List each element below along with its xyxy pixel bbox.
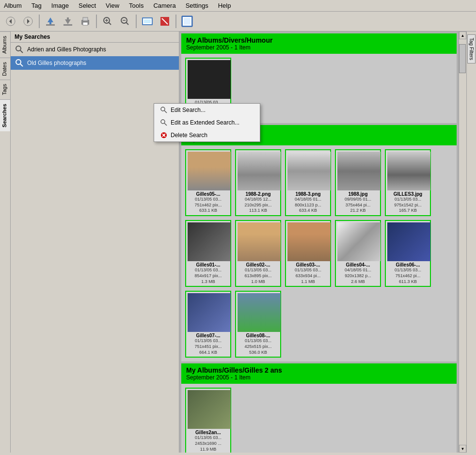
menu-album[interactable]: Album (2, 1, 24, 10)
zoom-in-button[interactable] (100, 14, 115, 29)
photo-name-g2ans0: Gilles2an... (188, 430, 229, 435)
photo-meta-g0: 01/13/05 03... 751x462 pix... 633.1 KB (188, 197, 229, 214)
edit-extended-icon (160, 119, 168, 126)
menu-settings[interactable]: Settings (184, 1, 210, 10)
album-header-gilles2ans: My Albums/Gilles/Gilles 2 ans September … (181, 363, 457, 384)
photo-name-g2: 1988-3.png (287, 191, 329, 197)
download-button[interactable] (60, 14, 76, 29)
edit-extended-label: Edit as Extended Search... (171, 119, 239, 126)
photo-name-g4: GILLES3.jpg (387, 191, 428, 197)
photo-thumb-g11 (238, 293, 281, 332)
photo-card-gilles-7[interactable]: Gilles03-... 01/13/05 03... 633x934 pi..… (285, 220, 331, 287)
sidebar-tab-tags[interactable]: Tags (0, 79, 10, 99)
photo-meta-g9: 01/13/05 03... 751x462 pi... 611.3 KB (387, 267, 428, 284)
album-subtitle-gilles2ans: September 2005 - 1 Item (186, 374, 452, 381)
vertical-scrollbar: ▲ ▼ (459, 31, 466, 453)
context-edit-search[interactable]: Edit Search... (154, 104, 260, 116)
photo-name-g0: Gilles05-... (188, 191, 229, 197)
tag-filters-tab[interactable]: Tag Filters (467, 34, 476, 63)
svg-rect-20 (144, 19, 151, 23)
toolbar (0, 12, 476, 31)
svg-point-32 (161, 120, 165, 124)
menu-help[interactable]: Help (216, 1, 233, 10)
photo-card-gilles-9[interactable]: Gilles06-... 01/13/05 03... 751x462 pi..… (385, 220, 431, 287)
svg-rect-9 (83, 17, 88, 21)
photo-card-gilles-6[interactable]: Gilles02-... 01/13/05 03... 613x895 pix.… (235, 220, 281, 287)
svg-point-30 (161, 107, 165, 111)
svg-line-33 (164, 123, 167, 126)
print-button[interactable] (78, 14, 93, 29)
photo-card-gilles2ans-0[interactable]: Gilles2an... 01/13/05 03... 2453x1690 ..… (185, 388, 231, 453)
sidebar-tab-albums[interactable]: Albums (0, 31, 10, 58)
sidebar-tab-searches[interactable]: Searches (0, 99, 10, 131)
menu-view[interactable]: View (104, 1, 121, 10)
photo-card-gilles-5[interactable]: Gilles01-... 01/13/05 03... 854x917 pix.… (185, 220, 231, 287)
browse-button[interactable] (140, 14, 155, 29)
scroll-down-button[interactable]: ▼ (459, 445, 466, 453)
scroll-track[interactable] (459, 39, 466, 445)
sidebar-tab-dates[interactable]: Dates (0, 58, 10, 80)
photo-card-gilles-10[interactable]: Gilles07-... 01/13/05 03... 751x451 pix.… (185, 291, 231, 358)
context-menu: Edit Search... Edit as Extended Search..… (154, 103, 260, 142)
photo-card-gilles-1[interactable]: 1988-2.png 04/18/05 12... 210x295 pix...… (235, 149, 281, 216)
zoom-out-button[interactable] (117, 14, 133, 29)
svg-rect-6 (63, 24, 72, 26)
right-side-panel: Tag Filters (466, 31, 476, 453)
search-icon-old-gilles (15, 58, 24, 68)
photo-card-gilles-11[interactable]: Gilles08-... 01/13/05 03... 425x515 pix.… (235, 291, 281, 358)
album-title-humour: My Albums/Divers/Humour (186, 36, 452, 44)
menu-select[interactable]: Select (77, 1, 98, 10)
context-delete-search[interactable]: Delete Search (154, 129, 260, 141)
delete-search-label: Delete Search (171, 132, 207, 139)
photo-card-gilles-3[interactable]: 1988.jpg 09/09/05 01... 375x464 pi... 21… (335, 149, 381, 216)
search-item-old-gilles[interactable]: Old Gilles photographs (11, 56, 179, 70)
album-subtitle-humour: September 2005 - 1 Item (186, 44, 452, 51)
edit-search-label: Edit Search... (171, 107, 206, 113)
photo-card-gilles-4[interactable]: GILLES3.jpg 01/13/05 03... 975x1542 pi..… (385, 149, 431, 216)
photo-meta-g8: 04/18/05 01... 920x1382 p... 2.6 MB (337, 267, 379, 284)
photo-meta-g2ans0: 01/13/05 03... 2453x1690 ... 11.9 MB (188, 435, 229, 452)
photo-card-gilles-0[interactable]: Gilles05-... 01/13/05 03... 751x462 pix.… (185, 149, 231, 216)
photo-name-g5: Gilles01-... (188, 262, 229, 267)
scroll-up-button[interactable]: ▲ (459, 31, 466, 39)
photo-name-g3: 1988.jpg (337, 191, 379, 197)
scroll-thumb[interactable] (459, 44, 466, 73)
photo-meta-g1: 04/18/05 12... 210x295 pix... 113.1 KB (238, 197, 279, 214)
upload-button[interactable] (43, 14, 58, 29)
photo-thumb-g7 (287, 222, 331, 261)
menu-image[interactable]: Image (49, 1, 71, 10)
photo-meta-g10: 01/13/05 03... 751x451 pix... 664.1 KB (188, 338, 229, 355)
edit-search-icon (160, 106, 168, 114)
photo-content[interactable]: My Albums/Divers/Humour September 2005 -… (179, 31, 459, 453)
menu-tag[interactable]: Tag (30, 1, 44, 10)
photo-card-gilles-2[interactable]: 1988-3.png 04/18/05 01... 800x1123 p... … (285, 149, 331, 216)
main-layout: Albums Dates Tags Searches My Searches A… (0, 31, 476, 453)
photo-card-gilles-8[interactable]: Gilles04-... 04/18/05 01... 920x1382 p..… (335, 220, 381, 287)
photo-meta-g4: 01/13/05 03... 975x1542 pi... 165.7 KB (387, 197, 428, 214)
menu-camera[interactable]: Camera (151, 1, 177, 10)
svg-marker-5 (48, 17, 53, 24)
photo-thumb-g4 (387, 152, 430, 190)
photo-name-g6: Gilles02-... (238, 262, 279, 267)
forward-button[interactable] (20, 14, 36, 29)
left-tabs: Albums Dates Tags Searches (0, 31, 11, 453)
svg-line-31 (164, 110, 167, 113)
context-edit-extended[interactable]: Edit as Extended Search... (154, 116, 260, 129)
svg-line-27 (20, 50, 23, 53)
back-button[interactable] (3, 14, 18, 29)
edit-button[interactable] (157, 14, 173, 29)
svg-rect-10 (83, 22, 88, 25)
photo-thumb-g1 (238, 152, 281, 190)
svg-rect-4 (46, 24, 55, 26)
album-content-gilles2ans: Gilles2an... 01/13/05 03... 2453x1690 ..… (181, 384, 457, 453)
album-title-gilles2ans: My Albums/Gilles/Gilles 2 ans (186, 366, 452, 374)
photo-thumb-g2 (287, 152, 331, 190)
photo-meta-g3: 09/09/05 01... 375x464 pi... 21.2 KB (337, 197, 379, 214)
fullscreen-button[interactable] (179, 14, 195, 29)
left-panel-header: My Searches (11, 31, 179, 43)
menu-tools[interactable]: Tools (127, 1, 145, 10)
search-item-adrien[interactable]: Adrien and Gilles Photographs (11, 43, 179, 56)
photo-thumb-g5 (188, 222, 231, 261)
photo-meta-g5: 01/13/05 03... 854x917 pix... 1.3 MB (188, 267, 229, 284)
photo-thumb-g10 (188, 293, 231, 332)
